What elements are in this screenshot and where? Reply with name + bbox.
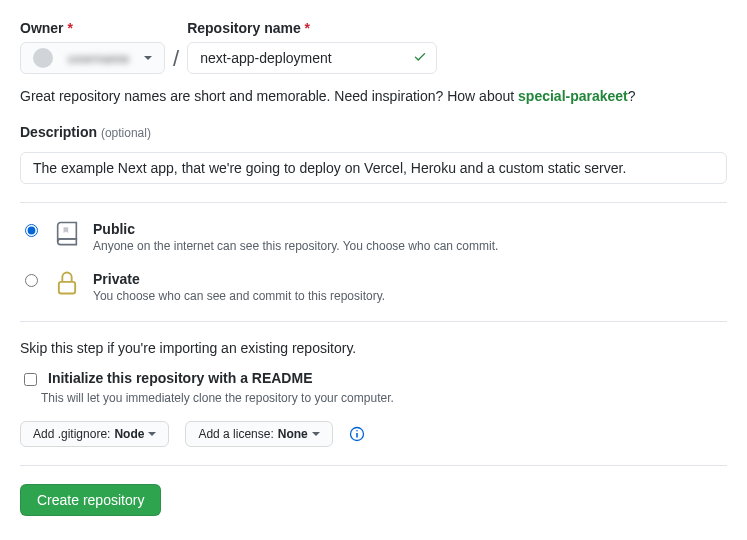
gitignore-select[interactable]: Add .gitignore: Node bbox=[20, 421, 169, 447]
chevron-down-icon bbox=[312, 432, 320, 436]
chevron-down-icon bbox=[144, 56, 152, 60]
separator bbox=[20, 321, 727, 322]
repo-name-label-text: Repository name bbox=[187, 20, 301, 36]
svg-rect-0 bbox=[59, 282, 75, 294]
owner-select-button[interactable]: username bbox=[20, 42, 165, 74]
gitignore-prefix: Add .gitignore: bbox=[33, 427, 110, 441]
create-repository-button[interactable]: Create repository bbox=[20, 484, 161, 516]
visibility-private[interactable]: Private You choose who can see and commi… bbox=[20, 271, 727, 303]
svg-point-3 bbox=[356, 430, 358, 432]
slash-separator: / bbox=[173, 46, 179, 74]
license-select[interactable]: Add a license: None bbox=[185, 421, 332, 447]
optional-text: (optional) bbox=[101, 126, 151, 140]
hint-prefix: Great repository names are short and mem… bbox=[20, 88, 518, 104]
readme-subtitle: This will let you immediately clone the … bbox=[41, 391, 727, 405]
private-text: Private You choose who can see and commi… bbox=[93, 271, 385, 303]
repo-name-label: Repository name * bbox=[187, 20, 437, 36]
repo-name-input[interactable] bbox=[187, 42, 437, 74]
readme-option[interactable]: Initialize this repository with a README bbox=[20, 370, 727, 389]
repo-input-wrap bbox=[187, 42, 437, 74]
separator bbox=[20, 202, 727, 203]
owner-field: Owner * username bbox=[20, 20, 165, 74]
lock-icon bbox=[53, 269, 81, 300]
description-label-text: Description bbox=[20, 124, 97, 140]
chevron-down-icon bbox=[148, 432, 156, 436]
hint-suffix: ? bbox=[628, 88, 636, 104]
private-title: Private bbox=[93, 271, 385, 287]
check-icon bbox=[413, 50, 427, 67]
private-subtitle: You choose who can see and commit to thi… bbox=[93, 289, 385, 303]
public-subtitle: Anyone on the internet can see this repo… bbox=[93, 239, 498, 253]
public-title: Public bbox=[93, 221, 498, 237]
repo-name-field: Repository name * bbox=[187, 20, 437, 74]
owner-label: Owner * bbox=[20, 20, 165, 36]
info-icon[interactable] bbox=[349, 426, 365, 442]
visibility-public[interactable]: Public Anyone on the internet can see th… bbox=[20, 221, 727, 253]
public-text: Public Anyone on the internet can see th… bbox=[93, 221, 498, 253]
readme-title: Initialize this repository with a README bbox=[48, 370, 312, 386]
gitignore-value: Node bbox=[114, 427, 144, 441]
owner-repo-row: Owner * username / Repository name * bbox=[20, 20, 727, 74]
description-label: Description (optional) bbox=[20, 124, 727, 140]
name-hint: Great repository names are short and mem… bbox=[20, 88, 727, 104]
repo-icon bbox=[53, 219, 81, 250]
select-row: Add .gitignore: Node Add a license: None bbox=[20, 421, 727, 447]
private-radio[interactable] bbox=[25, 274, 38, 287]
required-asterisk: * bbox=[305, 20, 310, 36]
readme-checkbox[interactable] bbox=[24, 373, 37, 386]
license-prefix: Add a license: bbox=[198, 427, 273, 441]
description-input[interactable] bbox=[20, 152, 727, 184]
license-value: None bbox=[278, 427, 308, 441]
skip-text: Skip this step if you're importing an ex… bbox=[20, 340, 727, 356]
owner-label-text: Owner bbox=[20, 20, 64, 36]
separator bbox=[20, 465, 727, 466]
public-radio[interactable] bbox=[25, 224, 38, 237]
required-asterisk: * bbox=[67, 20, 72, 36]
suggestion-link[interactable]: special-parakeet bbox=[518, 88, 628, 104]
owner-name: username bbox=[59, 51, 138, 66]
avatar bbox=[33, 48, 53, 68]
